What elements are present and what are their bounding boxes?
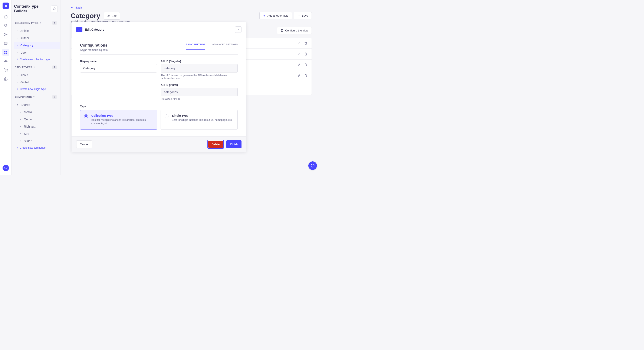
home-icon[interactable] [2, 13, 9, 20]
section-collection-types[interactable]: Collection Types ▼ 4 [14, 20, 58, 26]
svg-rect-4 [6, 51, 7, 52]
display-name-label: Display name [80, 60, 157, 63]
type-collection-card[interactable]: Collection Type Best for multiple instan… [80, 110, 157, 130]
section-components[interactable]: Components ▼ 5 [14, 94, 58, 100]
type-card-desc: Best for multiple instances like article… [91, 118, 153, 126]
component-item-seo[interactable]: Seo [14, 130, 58, 137]
send-icon[interactable] [2, 31, 9, 38]
component-item-media[interactable]: Media [14, 108, 58, 116]
marketplace-icon[interactable] [2, 67, 9, 74]
component-item-richtext[interactable]: Rich text [14, 123, 58, 130]
chevron-down-icon: ▼ [16, 104, 18, 106]
svg-point-9 [5, 79, 6, 80]
chevron-down-icon: ▼ [33, 96, 35, 98]
search-button[interactable] [51, 5, 58, 12]
chevron-down-icon: ▼ [33, 66, 35, 68]
edit-icon[interactable] [298, 52, 300, 55]
api-singular-help: The UID is used to generate the API rout… [161, 74, 238, 80]
ct-badge: CT [76, 27, 82, 32]
tab-basic-settings[interactable]: Basic Settings [186, 43, 205, 49]
sidebar-item-author[interactable]: Author [14, 34, 58, 42]
settings-icon[interactable] [2, 76, 9, 82]
save-button[interactable]: Save [294, 12, 312, 19]
type-single-card[interactable]: Single Type Best for single instance lik… [160, 110, 238, 130]
cloud-icon[interactable] [2, 58, 9, 65]
icon-rail: KD [0, 0, 12, 175]
trash-icon[interactable] [304, 63, 307, 66]
edit-icon[interactable] [298, 63, 300, 66]
edit-icon[interactable] [298, 74, 300, 77]
tab-advanced-settings[interactable]: Advanced Settings [212, 43, 238, 49]
trash-icon[interactable] [304, 42, 307, 45]
sidebar-item-global[interactable]: Global [14, 79, 58, 86]
chevron-down-icon: ▼ [40, 22, 42, 24]
radio-icon [164, 114, 168, 118]
svg-point-2 [5, 43, 5, 43]
trash-icon[interactable] [304, 74, 307, 77]
back-link[interactable]: Back [71, 6, 312, 9]
create-component[interactable]: + Create new component [14, 145, 58, 151]
create-collection-type[interactable]: + Create new collection type [14, 56, 58, 62]
type-label: Type [80, 105, 238, 108]
type-card-title: Single Type [172, 114, 234, 117]
svg-rect-6 [6, 53, 7, 54]
api-singular-label: API ID (Singular) [161, 60, 238, 63]
media-icon[interactable] [2, 40, 9, 47]
api-plural-label: API ID (Plural) [161, 84, 238, 87]
logo[interactable] [2, 2, 9, 9]
content-icon[interactable] [2, 22, 9, 29]
edit-button[interactable]: Edit [104, 12, 120, 19]
type-card-desc: Best for single instance like about us, … [172, 118, 234, 122]
sidebar-title: Content-Type Builder [14, 4, 51, 13]
trash-icon[interactable] [304, 52, 307, 55]
plus-icon: + [16, 58, 18, 61]
svg-rect-0 [5, 5, 7, 7]
finish-button[interactable]: Finish [226, 140, 242, 148]
svg-rect-3 [4, 51, 5, 52]
avatar[interactable]: KD [2, 165, 9, 171]
plus-icon: + [16, 88, 18, 91]
configure-view-button[interactable]: Configure the view [277, 27, 312, 34]
api-plural-input[interactable] [161, 88, 238, 96]
cancel-button[interactable]: Cancel [76, 140, 92, 148]
modal-title: Edit Category [85, 28, 104, 31]
section-label: Collection Types [15, 22, 38, 24]
sidebar-item-user[interactable]: User [14, 49, 58, 56]
delete-button[interactable]: Delete [208, 141, 223, 148]
display-name-input[interactable] [80, 64, 157, 72]
radio-icon [84, 114, 88, 118]
api-plural-help: Pluralized API ID [161, 98, 238, 101]
sidebar-item-about[interactable]: About [14, 71, 58, 79]
svg-point-8 [7, 71, 7, 72]
component-item-quote[interactable]: Quote [14, 116, 58, 123]
section-label: Components [15, 96, 32, 98]
sidebar-item-article[interactable]: Article [14, 27, 58, 34]
create-single-type[interactable]: + Create new single type [14, 86, 58, 92]
divider [14, 16, 18, 16]
config-title: Configurations [80, 43, 108, 48]
page-title: Category [71, 12, 100, 20]
section-label: Single Types [15, 66, 32, 68]
help-fab[interactable] [308, 161, 317, 170]
svg-rect-5 [4, 53, 5, 54]
count-badge: 2 [52, 65, 57, 69]
add-field-button[interactable]: Add another field [260, 12, 292, 19]
edit-icon[interactable] [298, 42, 300, 45]
sidebar-item-category[interactable]: Category [14, 42, 60, 49]
type-card-title: Collection Type [91, 114, 153, 117]
count-badge: 4 [52, 21, 57, 25]
api-singular-input[interactable] [161, 64, 238, 72]
component-item-slider[interactable]: Slider [14, 137, 58, 145]
svg-point-10 [53, 8, 55, 10]
builder-icon[interactable] [2, 49, 9, 56]
delete-highlight: Delete [208, 140, 224, 149]
plus-icon: + [16, 146, 18, 149]
svg-rect-11 [281, 29, 283, 32]
sidebar: Content-Type Builder Collection Types ▼ … [12, 0, 60, 175]
component-group-shared[interactable]: ▼ Shared [14, 101, 58, 108]
svg-point-7 [5, 71, 6, 72]
edit-modal: CT Edit Category Configurations A type f… [72, 22, 246, 152]
config-subtitle: A type for modeling data [80, 48, 108, 54]
close-button[interactable] [235, 26, 242, 33]
section-single-types[interactable]: Single Types ▼ 2 [14, 64, 58, 70]
